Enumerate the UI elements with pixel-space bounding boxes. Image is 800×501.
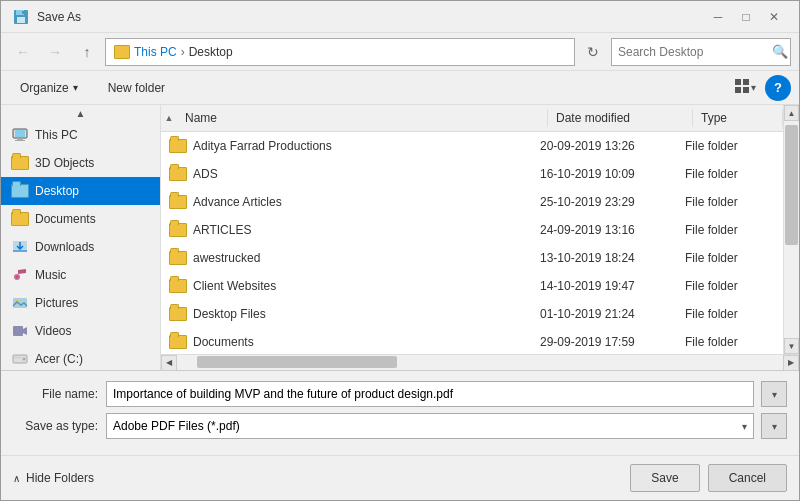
file-date: 25-10-2019 23:29 [540,195,685,209]
h-scroll-right-arrow[interactable]: ▶ [783,355,799,371]
file-date: 24-09-2019 13:16 [540,223,685,237]
search-icon: 🔍 [772,44,788,59]
folder-icon-row [169,139,187,153]
folder-icon-documents [11,212,29,226]
file-list-area: ▲ Name Date modified Type Aditya Farrad … [161,105,799,370]
file-list-with-scroll: ▲ Name Date modified Type Aditya Farrad … [161,105,799,354]
sidebar-item-acer-c[interactable]: Acer (C:) [1,345,160,370]
view-options-button[interactable]: ▾ [729,75,761,101]
action-buttons: Save Cancel [630,464,787,492]
breadcrumb-sep1: › [181,45,185,59]
sidebar-item-pictures[interactable]: Pictures [1,289,160,317]
h-scroll-left-arrow[interactable]: ◀ [161,355,177,371]
drive-icon-c [11,351,29,367]
table-row[interactable]: Client Websites 14-10-2019 19:47 File fo… [161,272,783,300]
file-type: File folder [685,167,775,181]
col-header-date[interactable]: Date modified [548,109,693,127]
svg-rect-3 [22,11,24,14]
breadcrumb-pc[interactable]: This PC [134,45,177,59]
h-scroll-track[interactable] [177,355,783,370]
hide-folders-button[interactable]: ∧ Hide Folders [13,471,94,485]
file-date: 13-10-2019 18:24 [540,251,685,265]
saveastype-dropdown[interactable]: Adobe PDF Files (*.pdf) ▾ [106,413,754,439]
new-folder-button[interactable]: New folder [97,75,176,101]
up-button[interactable]: ↑ [73,38,101,66]
view-dropdown-arrow: ▾ [751,82,756,93]
col-header-name[interactable]: Name [177,109,548,127]
sidebar-item-3d-objects[interactable]: 3D Objects [1,149,160,177]
close-button[interactable]: ✕ [761,7,787,27]
col-header-type[interactable]: Type [693,109,783,127]
table-row[interactable]: awestrucked 13-10-2019 18:24 File folder [161,244,783,272]
sidebar-scroll-up[interactable]: ▲ [1,105,160,121]
bottom-form: File name: ▾ Save as type: Adobe PDF Fil… [1,370,799,455]
organize-dropdown-icon: ▾ [73,82,78,93]
file-date: 01-10-2019 21:24 [540,307,685,321]
saveastype-value: Adobe PDF Files (*.pdf) [113,419,240,433]
scroll-thumb[interactable] [785,125,798,245]
sidebar-item-music[interactable]: Music [1,261,160,289]
search-box: 🔍 [611,38,791,66]
breadcrumb-desktop: Desktop [189,45,233,59]
table-row[interactable]: Aditya Farrad Productions 20-09-2019 13:… [161,132,783,160]
file-name: Desktop Files [193,307,540,321]
filename-dropdown-btn[interactable]: ▾ [761,381,787,407]
maximize-button[interactable]: □ [733,7,759,27]
file-name: Client Websites [193,279,540,293]
sidebar-label-3d-objects: 3D Objects [35,156,94,170]
sidebar-label-downloads: Downloads [35,240,94,254]
svg-rect-4 [735,79,741,85]
main-content: ▲ This PC 3D Objects [1,105,799,370]
sidebar-item-videos[interactable]: Videos [1,317,160,345]
breadcrumb-folder-icon [114,45,130,59]
scroll-track[interactable] [784,121,799,338]
sidebar-item-documents[interactable]: Documents [1,205,160,233]
filename-label: File name: [13,387,98,401]
svg-rect-10 [17,138,23,140]
search-input[interactable] [618,45,768,59]
back-button[interactable]: ← [9,38,37,66]
action-bar: ∧ Hide Folders Save Cancel [1,455,799,500]
toolbar: Organize ▾ New folder ▾ ? [1,71,799,105]
svg-rect-13 [13,250,27,252]
svg-rect-5 [743,79,749,85]
sidebar-label-videos: Videos [35,324,71,338]
filename-row: File name: ▾ [13,381,787,407]
table-row[interactable]: ARTICLES 24-09-2019 13:16 File folder [161,216,783,244]
forward-button[interactable]: → [41,38,69,66]
cancel-button[interactable]: Cancel [708,464,787,492]
scroll-up-arrow[interactable]: ▲ [784,105,799,121]
refresh-button[interactable]: ↻ [579,38,607,66]
file-name: Advance Articles [193,195,540,209]
save-icon [13,9,29,25]
table-row[interactable]: ADS 16-10-2019 10:09 File folder [161,160,783,188]
folder-icon-row [169,307,187,321]
filename-input[interactable] [106,381,754,407]
sidebar-item-desktop[interactable]: Desktop [1,177,160,205]
minimize-button[interactable]: ─ [705,7,731,27]
h-scroll-thumb[interactable] [197,356,397,368]
save-button[interactable]: Save [630,464,699,492]
folder-icon-row [169,251,187,265]
nav-bar: ← → ↑ This PC › Desktop ↻ 🔍 [1,33,799,71]
saveastype-dropdown-btn[interactable]: ▾ [761,413,787,439]
header-scroll-up[interactable]: ▲ [161,109,177,127]
help-button[interactable]: ? [765,75,791,101]
sidebar-item-downloads[interactable]: Downloads [1,233,160,261]
file-type: File folder [685,307,775,321]
file-type: File folder [685,195,775,209]
svg-rect-11 [15,140,25,141]
folder-icon-desktop [11,184,29,198]
pictures-icon [11,295,29,311]
file-type: File folder [685,139,775,153]
file-name: ARTICLES [193,223,540,237]
table-row[interactable]: Desktop Files 01-10-2019 21:24 File fold… [161,300,783,328]
file-name: awestrucked [193,251,540,265]
table-row[interactable]: Advance Articles 25-10-2019 23:29 File f… [161,188,783,216]
organize-button[interactable]: Organize ▾ [9,75,89,101]
toolbar-right: ▾ ? [729,75,791,101]
table-row[interactable]: Documents 29-09-2019 17:59 File folder [161,328,783,354]
scroll-down-arrow[interactable]: ▼ [784,338,799,354]
sidebar-item-this-pc[interactable]: This PC [1,121,160,149]
saveastype-label: Save as type: [13,419,98,433]
